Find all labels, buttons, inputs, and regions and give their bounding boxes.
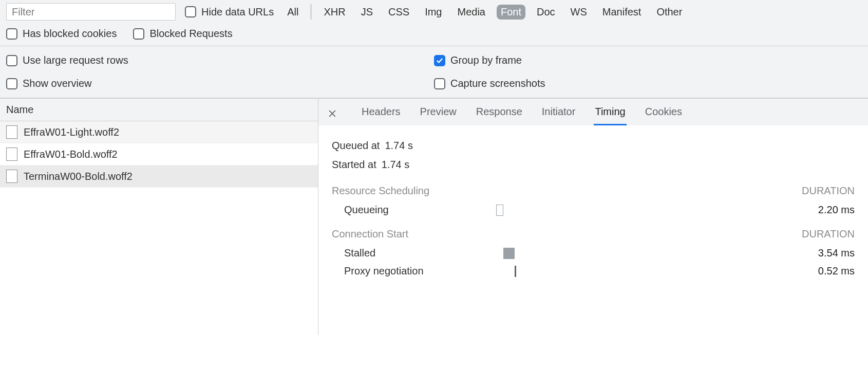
timing-bar-icon [503,248,515,259]
network-filter-bar: Hide data URLs All XHR JS CSS Img Media … [0,0,868,46]
tab-preview[interactable]: Preview [419,102,458,125]
metric-value: 0.52 ms [793,265,855,277]
request-name: TerminaW00-Bold.woff2 [24,171,133,182]
section-title: Connection Start [332,228,408,240]
filter-css[interactable]: CSS [384,5,413,20]
checkbox-box [133,28,144,40]
show-overview-checkbox[interactable]: Show overview [6,78,434,89]
close-icon[interactable] [326,107,339,120]
metric-value: 3.54 ms [793,247,855,259]
request-name: EffraW01-Bold.woff2 [24,149,118,160]
checkbox-box [434,55,445,66]
file-icon [6,147,17,161]
network-view-options: Use large request rows Group by frame Sh… [0,46,868,99]
tab-cookies[interactable]: Cookies [644,102,683,125]
queued-at-label: Queued at [332,140,380,152]
group-by-frame-checkbox[interactable]: Group by frame [434,54,862,66]
capture-screenshots-label: Capture screenshots [450,78,545,89]
timing-queued-at: Queued at 1.74 s [332,138,855,157]
metric-label: Queueing [332,204,496,216]
metric-label: Stalled [332,247,496,259]
timing-started-at: Started at 1.74 s [332,157,855,176]
table-row[interactable]: EffraW01-Bold.woff2 [0,143,318,165]
tab-headers[interactable]: Headers [361,102,402,125]
duration-header: DURATION [802,228,855,240]
group-by-frame-label: Group by frame [450,54,522,66]
checkbox-box [434,78,445,89]
request-list: EffraW01-Light.woff2 EffraW01-Bold.woff2… [0,121,318,188]
tab-response[interactable]: Response [475,102,523,125]
started-at-label: Started at [332,159,376,171]
filter-other[interactable]: Other [652,5,686,20]
timing-bar-icon [496,205,503,216]
duration-header: DURATION [802,185,855,197]
hide-data-urls-checkbox[interactable]: Hide data URLs [185,6,274,18]
has-blocked-cookies-label: Has blocked cookies [23,28,117,40]
filter-font[interactable]: Font [497,5,525,20]
checkbox-box [6,55,17,66]
metric-value: 2.20 ms [793,204,855,216]
use-large-rows-label: Use large request rows [23,54,128,66]
checkbox-box [6,28,17,40]
timing-bar-icon [515,266,516,277]
show-overview-label: Show overview [23,78,92,89]
section-resource-scheduling: Resource Scheduling DURATION Queueing 2.… [332,185,855,219]
section-connection-start: Connection Start DURATION Stalled 3.54 m… [332,228,855,280]
filter-xhr[interactable]: XHR [319,5,349,20]
timing-panel: Queued at 1.74 s Started at 1.74 s Resou… [318,125,868,292]
request-list-header[interactable]: Name [0,99,318,121]
has-blocked-cookies-checkbox[interactable]: Has blocked cookies [6,28,117,40]
resource-type-filters: All XHR JS CSS Img Media Font Doc WS Man… [283,4,686,20]
filter-media[interactable]: Media [453,5,489,20]
detail-tab-bar: Headers Preview Response Initiator Timin… [318,99,868,125]
metric-proxy-negotiation: Proxy negotiation 0.52 ms [332,262,855,280]
blocked-requests-checkbox[interactable]: Blocked Requests [133,28,232,40]
checkbox-box [185,6,196,17]
capture-screenshots-checkbox[interactable]: Capture screenshots [434,78,862,89]
hide-data-urls-label: Hide data URLs [201,6,274,18]
filter-divider [311,4,311,20]
metric-queueing: Queueing 2.20 ms [332,201,855,219]
request-list-pane: Name EffraW01-Light.woff2 EffraW01-Bold.… [0,99,318,335]
network-split-view: Name EffraW01-Light.woff2 EffraW01-Bold.… [0,99,868,335]
tab-initiator[interactable]: Initiator [541,102,577,125]
filter-all[interactable]: All [283,5,303,20]
filter-doc[interactable]: Doc [533,5,559,20]
filter-manifest[interactable]: Manifest [598,5,646,20]
metric-label: Proxy negotiation [332,265,496,277]
use-large-rows-checkbox[interactable]: Use large request rows [6,54,434,66]
table-row[interactable]: EffraW01-Light.woff2 [0,121,318,143]
started-at-value: 1.74 s [382,159,409,171]
queued-at-value: 1.74 s [385,140,412,152]
file-icon [6,125,17,139]
section-title: Resource Scheduling [332,185,429,197]
filter-input[interactable] [6,3,176,21]
request-detail-pane: Headers Preview Response Initiator Timin… [318,99,868,335]
filter-ws[interactable]: WS [567,5,591,20]
blocked-requests-label: Blocked Requests [149,28,232,40]
filter-js[interactable]: JS [357,5,377,20]
table-row[interactable]: TerminaW00-Bold.woff2 [0,165,318,188]
filter-img[interactable]: Img [421,5,446,20]
file-icon [6,170,17,183]
metric-stalled: Stalled 3.54 ms [332,244,855,262]
request-name: EffraW01-Light.woff2 [24,126,119,138]
checkbox-box [6,78,17,89]
tab-timing[interactable]: Timing [594,102,626,125]
